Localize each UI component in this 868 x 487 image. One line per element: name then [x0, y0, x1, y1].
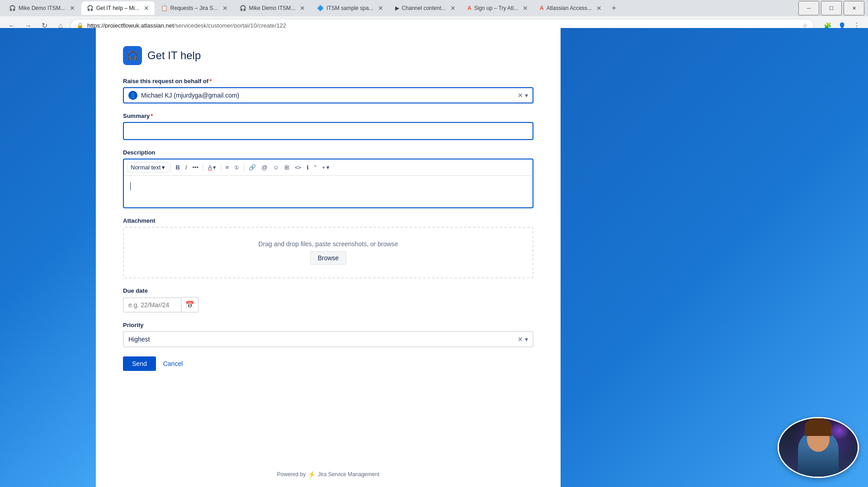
tab-sign-up[interactable]: A Sign up – Try Atl... ✕ — [462, 1, 533, 15]
text-color-button[interactable]: A ▾ — [206, 162, 218, 173]
requester-name: Michael KJ (mjurdyga@gmail.com) — [141, 92, 514, 99]
cancel-button[interactable]: Cancel — [161, 356, 185, 371]
requester-input[interactable]: 👤 Michael KJ (mjurdyga@gmail.com) ✕ ▾ — [123, 87, 533, 103]
priority-actions: ✕ ▾ — [518, 336, 528, 343]
requester-label: Raise this request on behalf of * — [123, 78, 533, 84]
browser-window: 🎧 Mike Demo ITSM... ✕ 🎧 Get IT help – Mi… — [0, 0, 868, 487]
tab-close-8[interactable]: ✕ — [596, 5, 602, 11]
italic-button[interactable]: I — [183, 162, 189, 173]
text-color-chevron: ▾ — [213, 164, 216, 171]
calendar-button[interactable]: 📅 — [182, 297, 199, 313]
summary-input[interactable] — [123, 122, 533, 140]
close-button[interactable]: ✕ — [844, 1, 864, 15]
tab-close-4[interactable]: ✕ — [300, 5, 305, 11]
cursor-container — [130, 181, 526, 190]
tab-close-3[interactable]: ✕ — [222, 5, 228, 11]
chevron-down-icon[interactable]: ▾ — [525, 92, 528, 99]
tab-get-it-help[interactable]: 🎧 Get IT help – Mi... ✕ — [81, 1, 155, 15]
tab-label-7: Sign up – Try Atl... — [474, 5, 518, 11]
tab-close-1[interactable]: ✕ — [70, 5, 75, 11]
priority-input[interactable]: Highest ✕ ▾ — [123, 331, 533, 347]
tab-favicon-5: 🔷 — [317, 5, 324, 11]
window-controls: ─ ☐ ✕ — [798, 1, 864, 15]
tab-favicon-3: 📋 — [161, 5, 168, 11]
powered-by-text: Powered by — [277, 471, 306, 478]
link-button[interactable]: 🔗 — [246, 162, 258, 173]
webcam-overlay — [778, 417, 859, 478]
text-style-label: Normal text — [131, 164, 160, 171]
tab-close-7[interactable]: ✕ — [523, 5, 528, 11]
tab-favicon-6: ▶ — [395, 5, 399, 11]
requester-required: * — [209, 78, 212, 84]
toolbar-separator-2 — [203, 164, 203, 172]
toolbar-separator-1 — [170, 164, 171, 172]
quote-button[interactable]: " — [312, 162, 319, 173]
insert-button[interactable]: + ▾ — [320, 162, 332, 173]
tab-favicon-2: 🎧 — [87, 5, 94, 11]
text-color-icon: A — [208, 164, 212, 171]
tab-label-5: ITSM sample spa... — [326, 5, 373, 11]
due-date-field-group: Due date 📅 — [123, 287, 533, 313]
insert-icon: + — [322, 164, 326, 171]
headset-icon: 🎧 — [127, 50, 138, 61]
emoji-icon: ☺ — [273, 164, 279, 171]
numbered-list-button[interactable]: ① — [232, 163, 241, 173]
code-button[interactable]: <> — [292, 163, 303, 173]
mention-icon: @ — [261, 164, 267, 171]
requester-avatar: 👤 — [128, 91, 137, 100]
bold-button[interactable]: B — [173, 162, 182, 173]
tab-label-4: Mike Demo ITSM... — [249, 5, 296, 11]
action-buttons: Send Cancel — [123, 356, 533, 371]
toolbar-separator-4 — [244, 164, 244, 172]
new-tab-button[interactable]: + — [608, 2, 620, 15]
send-button[interactable]: Send — [123, 356, 156, 371]
page-footer: Powered by ⚡ Jira Service Management — [96, 462, 561, 487]
quote-icon: " — [314, 164, 316, 171]
tab-bar: 🎧 Mike Demo ITSM... ✕ 🎧 Get IT help – Mi… — [0, 0, 868, 16]
priority-chevron-down-icon[interactable]: ▾ — [525, 336, 528, 343]
toolbar-separator-3 — [221, 164, 221, 172]
tab-channel-content[interactable]: ▶ Channel content... ✕ — [390, 1, 461, 15]
description-editor: Normal text ▾ B I ••• A — [123, 159, 533, 208]
tab-itsm-sample[interactable]: 🔷 ITSM sample spa... ✕ — [311, 1, 388, 15]
info-button[interactable]: ℹ — [304, 162, 311, 173]
left-side-panel — [0, 28, 96, 487]
due-date-input-wrap: 📅 — [123, 297, 195, 313]
browse-button[interactable]: Browse — [310, 251, 347, 265]
main-content: 🎧 Get IT help Raise this request on beha… — [96, 28, 561, 487]
text-style-dropdown[interactable]: Normal text ▾ — [127, 162, 168, 173]
requester-field-actions: ✕ ▾ — [518, 92, 528, 99]
text-style-chevron: ▾ — [162, 164, 165, 171]
minimize-button[interactable]: ─ — [798, 1, 819, 15]
maximize-button[interactable]: ☐ — [821, 1, 842, 15]
product-name: Jira Service Management — [318, 471, 379, 478]
webcam-feed — [779, 418, 858, 477]
description-field-group: Description Normal text ▾ B I — [123, 149, 533, 208]
bullet-list-button[interactable]: ≡ — [223, 162, 231, 173]
requester-field-group: Raise this request on behalf of * 👤 Mich… — [123, 78, 533, 103]
emoji-button[interactable]: ☺ — [271, 162, 281, 173]
tab-atlassian-access[interactable]: A Atlassian Access... ✕ — [534, 1, 607, 15]
attachment-dropzone[interactable]: Drag and drop files, paste screenshots, … — [123, 227, 533, 278]
summary-required: * — [151, 112, 153, 119]
clear-icon[interactable]: ✕ — [518, 92, 523, 99]
tab-close-5[interactable]: ✕ — [378, 5, 383, 11]
more-formatting-button[interactable]: ••• — [190, 162, 201, 173]
text-cursor — [130, 182, 131, 190]
priority-value: Highest — [128, 336, 518, 343]
tab-close-2[interactable]: ✕ — [144, 5, 149, 11]
bullet-list-icon: ≡ — [226, 164, 229, 171]
tab-close-6[interactable]: ✕ — [450, 5, 456, 11]
editor-body[interactable] — [124, 176, 533, 207]
attachment-hint: Drag and drop files, paste screenshots, … — [133, 240, 524, 248]
page-header: 🎧 Get IT help — [123, 46, 533, 65]
table-button[interactable]: ⊞ — [282, 162, 292, 173]
tab-mike-demo-1[interactable]: 🎧 Mike Demo ITSM... ✕ — [4, 1, 80, 15]
due-date-input[interactable] — [123, 297, 182, 313]
tab-mike-demo-2[interactable]: 🎧 Mike Demo ITSM... ✕ — [234, 1, 311, 15]
tab-label-8: Atlassian Access... — [547, 5, 592, 11]
tab-label-2: Get IT help – Mi... — [96, 5, 139, 11]
priority-clear-icon[interactable]: ✕ — [518, 336, 523, 343]
mention-button[interactable]: @ — [259, 162, 269, 173]
tab-requests[interactable]: 📋 Requests – Jira S... ✕ — [156, 1, 233, 15]
